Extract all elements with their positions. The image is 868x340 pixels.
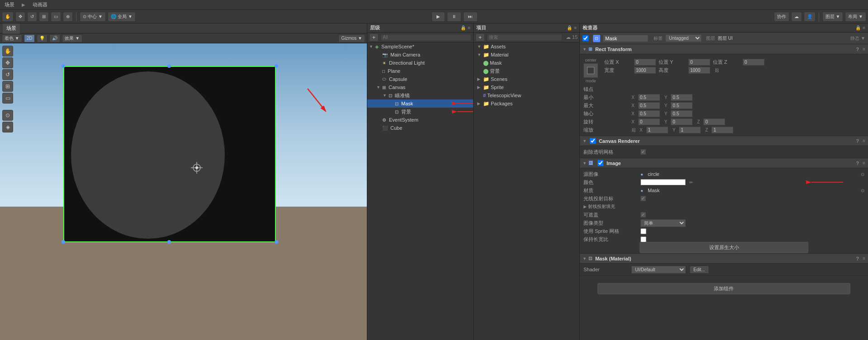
- maskable-checkbox[interactable]: ✓: [640, 212, 646, 217]
- hierarchy-item-samplescene[interactable]: ▼ ◈ SampleScene*: [367, 42, 473, 51]
- handle-tr[interactable]: [275, 64, 278, 68]
- hierarchy-item-main-camera[interactable]: 📷 Main Camera: [367, 51, 473, 59]
- mask-mat-info[interactable]: ?: [856, 256, 859, 261]
- account-btn[interactable]: 👤: [804, 12, 816, 22]
- handle-bl[interactable]: [62, 240, 65, 244]
- pos-y-input[interactable]: [688, 59, 710, 66]
- expand-arrow[interactable]: ▼: [369, 44, 374, 49]
- shading-btn[interactable]: 着色 ▼: [2, 34, 22, 42]
- mask-mat-menu[interactable]: ≡: [863, 256, 865, 261]
- project-item-telescopic[interactable]: # TelescopicView: [474, 91, 579, 99]
- color-picker-icon[interactable]: ✏: [689, 180, 693, 185]
- source-link-icon[interactable]: ⊙: [861, 172, 864, 177]
- tab-scene[interactable]: 场景: [3, 24, 20, 33]
- hierarchy-item-mask[interactable]: ⊡ Mask: [367, 99, 473, 108]
- handle-bm[interactable]: [167, 240, 171, 244]
- play-btn[interactable]: ▶: [432, 12, 445, 22]
- hierarchy-item-directional-light[interactable]: ☀ Directional Light: [367, 59, 473, 67]
- fx-btn[interactable]: 效果 ▼: [62, 34, 82, 42]
- audio-btn[interactable]: 🔊: [49, 34, 60, 42]
- project-lock[interactable]: 🔒: [567, 25, 572, 30]
- project-search[interactable]: [487, 34, 562, 41]
- anchor-max-y[interactable]: [671, 102, 693, 109]
- project-item-sprite[interactable]: ▶ 📁 Sprite: [474, 83, 579, 91]
- hierarchy-item-background[interactable]: ⊡ 背景: [367, 108, 473, 116]
- collab-btn[interactable]: 协作: [774, 12, 789, 22]
- move-gizmo[interactable]: [190, 161, 204, 175]
- color-swatch[interactable]: [640, 179, 686, 185]
- project-item-scenes[interactable]: ▶ 📁 Scenes: [474, 75, 579, 83]
- raycast-expand[interactable]: ▶: [583, 204, 587, 209]
- project-item-mask-mat[interactable]: ⬤ Mask: [474, 59, 579, 67]
- cloud-btn[interactable]: ☁: [791, 12, 802, 22]
- scale-x[interactable]: [646, 127, 668, 133]
- gizmos-btn[interactable]: Gizmos ▼: [338, 34, 365, 42]
- transform-rotate-btn[interactable]: ↺: [27, 12, 37, 22]
- canvas-renderer-toggle[interactable]: [590, 138, 596, 144]
- handle-br[interactable]: [275, 240, 278, 244]
- handle-tl[interactable]: [62, 64, 65, 68]
- handle-tm[interactable]: [167, 64, 171, 68]
- width-input[interactable]: [634, 67, 656, 74]
- transform-universal-btn[interactable]: ⊕: [63, 12, 73, 22]
- pivot-btn[interactable]: ⊙中心▼: [80, 12, 106, 22]
- rot-z[interactable]: [703, 118, 725, 125]
- pause-btn[interactable]: ⏸: [447, 12, 461, 22]
- scale-z[interactable]: [711, 127, 733, 133]
- tool-hand[interactable]: ✋: [2, 46, 13, 57]
- hierarchy-menu[interactable]: ≡: [468, 25, 470, 30]
- project-icon-btn[interactable]: ☁ 15: [566, 34, 578, 40]
- hierarchy-item-capsule[interactable]: ⬭ Capsule: [367, 75, 473, 83]
- material-link-icon[interactable]: ⊙: [861, 188, 864, 193]
- rect-expand[interactable]: ▼: [583, 47, 587, 52]
- transform-rect-btn[interactable]: ▭: [51, 12, 61, 22]
- project-item-packages[interactable]: ▶ 📁 Packages: [474, 99, 579, 108]
- menu-scene[interactable]: 场景: [3, 1, 16, 8]
- object-name-input[interactable]: [603, 35, 648, 42]
- tool-move[interactable]: ✥: [2, 57, 13, 68]
- hierarchy-add-btn[interactable]: +: [369, 33, 379, 42]
- image-info[interactable]: ?: [856, 161, 859, 166]
- project-add-btn[interactable]: +: [475, 33, 485, 42]
- anchor-min-y[interactable]: [671, 94, 693, 101]
- size-link-btn[interactable]: ⛓: [715, 68, 719, 73]
- tool-rect[interactable]: ▭: [2, 93, 13, 104]
- lighting-btn[interactable]: 💡: [37, 34, 47, 42]
- image-toggle[interactable]: [598, 160, 603, 166]
- hierarchy-item-plane[interactable]: □ Plane: [367, 67, 473, 75]
- image-type-select[interactable]: 简单: [640, 219, 686, 227]
- image-menu[interactable]: ≡: [863, 161, 865, 165]
- transform-hand-btn[interactable]: ✋: [2, 12, 14, 22]
- tool-rotate[interactable]: ↺: [2, 69, 13, 80]
- tool-extra1[interactable]: ⊙: [2, 110, 13, 121]
- canvas-info[interactable]: ?: [856, 138, 859, 144]
- raycast-checkbox[interactable]: ✓: [640, 196, 646, 201]
- layout-btn[interactable]: 布局 ▼: [845, 12, 866, 22]
- menu-animator[interactable]: 动画器: [31, 1, 49, 8]
- 2d-btn[interactable]: 2D: [24, 34, 35, 42]
- pivot-x[interactable]: [638, 110, 660, 117]
- use-sprite-checkbox[interactable]: [640, 228, 646, 234]
- mask-mat-expand[interactable]: ▼: [583, 256, 587, 261]
- pivot-y[interactable]: [671, 110, 693, 117]
- inspector-menu[interactable]: ≡: [863, 25, 865, 30]
- project-item-assets[interactable]: ▼ 📁 Assets: [474, 42, 579, 51]
- shader-edit-btn[interactable]: Edit...: [690, 266, 708, 273]
- transform-scale-btn[interactable]: ⊞: [39, 12, 49, 22]
- tag-select[interactable]: Untagged: [665, 34, 702, 42]
- hierarchy-item-canvas[interactable]: ▼ ⊞ Canvas: [367, 83, 473, 91]
- rect-info-icon[interactable]: ?: [856, 47, 859, 52]
- anchor-box[interactable]: [583, 63, 598, 78]
- canvas-expand[interactable]: ▼: [376, 85, 381, 90]
- step-btn[interactable]: ⏭: [463, 12, 478, 22]
- hierarchy-item-eventsystem[interactable]: ⚙ EventSystem: [367, 116, 473, 124]
- image-expand[interactable]: ▼: [583, 161, 587, 165]
- project-item-material[interactable]: ▼ 📁 Material: [474, 51, 579, 59]
- global-btn[interactable]: 🌐全局▼: [108, 12, 136, 22]
- tool-extra2[interactable]: ◈: [2, 122, 13, 132]
- preserve-checkbox[interactable]: [640, 236, 646, 242]
- transform-move-btn[interactable]: ✥: [15, 12, 25, 22]
- pos-z-input[interactable]: [743, 59, 764, 66]
- rot-x[interactable]: [638, 118, 660, 125]
- object-active-checkbox[interactable]: [583, 35, 588, 41]
